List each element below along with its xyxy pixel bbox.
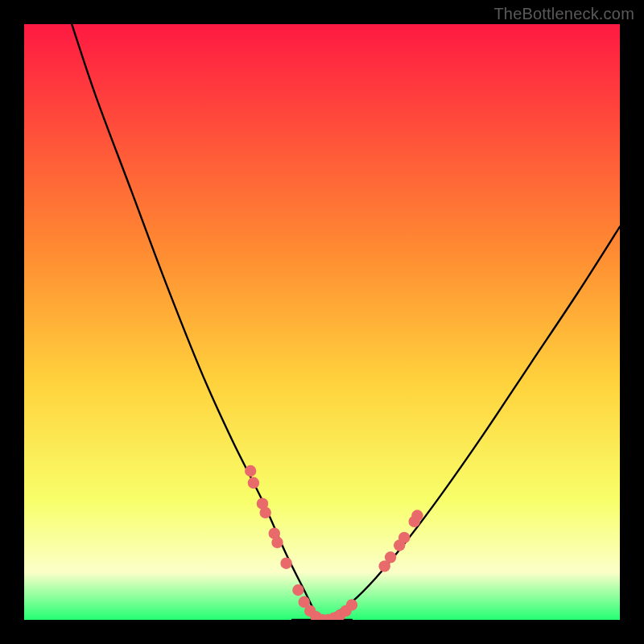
highlight-dot <box>292 584 303 596</box>
highlight-dot <box>248 477 259 489</box>
highlight-dot <box>385 551 396 563</box>
highlight-dot <box>260 507 271 518</box>
highlight-dot <box>280 558 291 569</box>
highlight-dot <box>398 532 410 543</box>
highlight-dot <box>346 599 357 610</box>
chart-frame: TheBottleneck.com <box>0 0 644 644</box>
gradient-area <box>24 24 620 620</box>
highlight-dot <box>245 465 256 477</box>
highlight-dot <box>411 510 423 521</box>
watermark-text: TheBottleneck.com <box>493 5 634 23</box>
bottleneck-chart <box>0 0 644 644</box>
highlight-dot <box>271 537 283 548</box>
